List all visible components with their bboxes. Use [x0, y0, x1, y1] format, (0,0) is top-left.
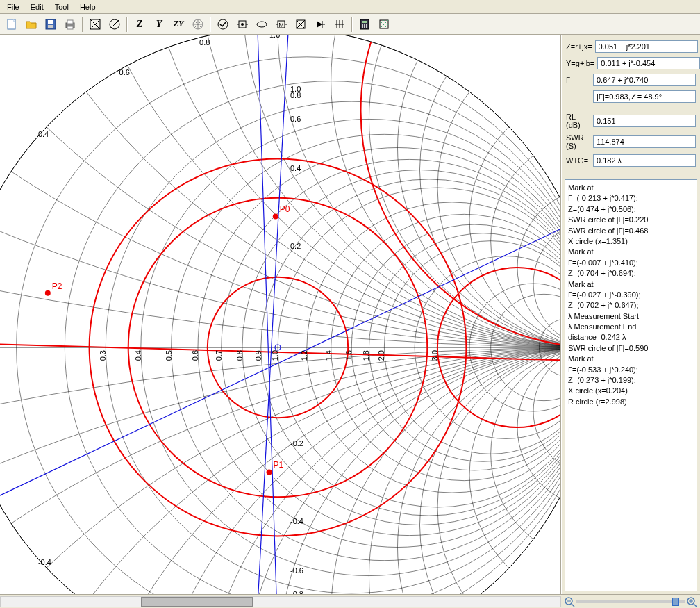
svg-point-98	[438, 347, 561, 594]
svg-text:P1: P1	[274, 460, 284, 470]
svg-point-70	[0, 347, 561, 594]
svg-point-22	[257, 22, 267, 27]
svg-text:1.8: 1.8	[362, 350, 370, 361]
svg-point-21	[241, 23, 244, 26]
svg-point-76	[0, 347, 561, 594]
svg-line-11	[110, 20, 119, 28]
open-button[interactable]	[22, 15, 40, 33]
wtg-field[interactable]	[593, 154, 696, 167]
svg-point-78	[0, 347, 561, 594]
diode-button[interactable]	[311, 15, 329, 33]
status-bar	[0, 594, 700, 608]
svg-line-47	[384, 24, 388, 28]
rl-field[interactable]	[593, 115, 696, 127]
svg-rect-43	[366, 26, 367, 28]
svg-text:0.8: 0.8	[235, 350, 244, 361]
svg-line-164	[572, 604, 574, 607]
gamma-field[interactable]	[593, 74, 696, 86]
svg-text:M: M	[278, 22, 284, 28]
crosshair-button[interactable]	[86, 15, 104, 33]
svg-text:1.4: 1.4	[324, 350, 333, 361]
hatch-button[interactable]	[375, 15, 393, 33]
svg-rect-40	[366, 24, 367, 26]
y-field[interactable]	[597, 57, 700, 69]
svg-point-72	[0, 347, 561, 594]
circle-slash-button[interactable]	[106, 15, 124, 33]
horizontal-scrollbar[interactable]	[0, 596, 561, 607]
svg-line-120	[252, 35, 284, 594]
bars-button[interactable]	[331, 15, 349, 33]
svg-line-45	[380, 20, 384, 24]
gamma-label: Γ=	[566, 76, 590, 84]
menu-file[interactable]: File	[3, 1, 24, 13]
gamma-mag-field[interactable]	[593, 90, 696, 103]
svg-rect-2	[48, 20, 53, 24]
zoom-control	[561, 596, 700, 607]
svg-point-91	[369, 35, 561, 347]
boxx-button[interactable]	[292, 15, 310, 33]
log-area[interactable]: Mark at Γ=(-0.213 + j*0.417); Z=(0.474 +…	[565, 179, 697, 591]
svg-point-85	[242, 35, 561, 347]
svg-point-82	[141, 347, 561, 594]
calc-button[interactable]	[356, 15, 374, 33]
new-button[interactable]	[3, 15, 21, 33]
svg-rect-38	[362, 24, 363, 26]
side-panel: Z=r+jx= Y=g+jb= Γ= RL (dB)= SWR (S)= WTG…	[561, 35, 700, 594]
svg-rect-6	[67, 26, 73, 29]
check-button[interactable]	[214, 15, 232, 33]
svg-text:-0.6: -0.6	[290, 566, 303, 575]
svg-line-118	[0, 60, 561, 594]
svg-text:-0.4: -0.4	[290, 517, 303, 525]
menu-help[interactable]: Help	[76, 1, 100, 13]
svg-line-168	[694, 604, 697, 607]
toolbar: Z Y ZY M	[0, 14, 700, 35]
svg-text:0.4: 0.4	[38, 130, 49, 138]
zoom-in-icon[interactable]	[686, 596, 697, 607]
svg-point-74	[0, 347, 561, 594]
compass-button[interactable]	[189, 15, 207, 33]
svg-rect-37	[362, 21, 367, 23]
zy-button[interactable]: ZY	[169, 15, 188, 33]
svg-text:0.7: 0.7	[215, 350, 223, 361]
svg-point-50	[65, 81, 561, 594]
y-button[interactable]: Y	[150, 15, 168, 33]
zoom-out-icon[interactable]	[564, 596, 575, 607]
rl-label: RL (dB)=	[566, 113, 590, 129]
svg-text:0.3: 0.3	[99, 350, 107, 361]
svg-point-95	[419, 35, 561, 347]
z-button[interactable]: Z	[131, 15, 149, 33]
save-button[interactable]	[42, 15, 60, 33]
svg-text:1.6: 1.6	[344, 350, 353, 361]
smith-chart[interactable]: P0P1P20.30.40.50.60.70.80.91.01.21.41.61…	[0, 35, 561, 594]
m-button[interactable]: M	[272, 15, 290, 33]
svg-text:P0: P0	[280, 204, 290, 214]
oval-button[interactable]	[253, 15, 271, 33]
svg-line-119	[246, 35, 297, 594]
svg-point-126	[45, 290, 51, 296]
swr-field[interactable]	[593, 135, 696, 148]
svg-rect-39	[364, 24, 365, 26]
svg-point-93	[398, 35, 562, 347]
svg-text:-0.4: -0.4	[38, 558, 51, 566]
svg-point-17	[218, 19, 228, 29]
menu-tool[interactable]: Tool	[51, 1, 73, 13]
double-arrow-button[interactable]	[233, 15, 251, 33]
menu-bar: File Edit Tool Help	[0, 0, 700, 14]
svg-rect-41	[362, 26, 363, 28]
print-button[interactable]	[61, 15, 79, 33]
svg-text:0.9: 0.9	[254, 350, 262, 361]
svg-rect-42	[364, 26, 365, 28]
menu-edit[interactable]: Edit	[26, 1, 48, 13]
svg-text:0.6: 0.6	[191, 350, 199, 361]
svg-text:3.0: 3.0	[431, 350, 439, 361]
y-label: Y=g+jb=	[566, 59, 594, 67]
readout-panel: Z=r+jx= Y=g+jb= Γ= RL (dB)= SWR (S)= WTG…	[562, 35, 700, 176]
svg-point-83	[198, 35, 561, 347]
svg-text:0.5: 0.5	[165, 350, 173, 361]
z-field[interactable]	[595, 40, 698, 53]
svg-point-86	[242, 347, 561, 594]
svg-point-89	[331, 35, 561, 347]
zoom-slider[interactable]	[576, 600, 685, 603]
svg-text:-0.2: -0.2	[290, 439, 303, 447]
svg-text:1.0: 1.0	[269, 35, 280, 39]
